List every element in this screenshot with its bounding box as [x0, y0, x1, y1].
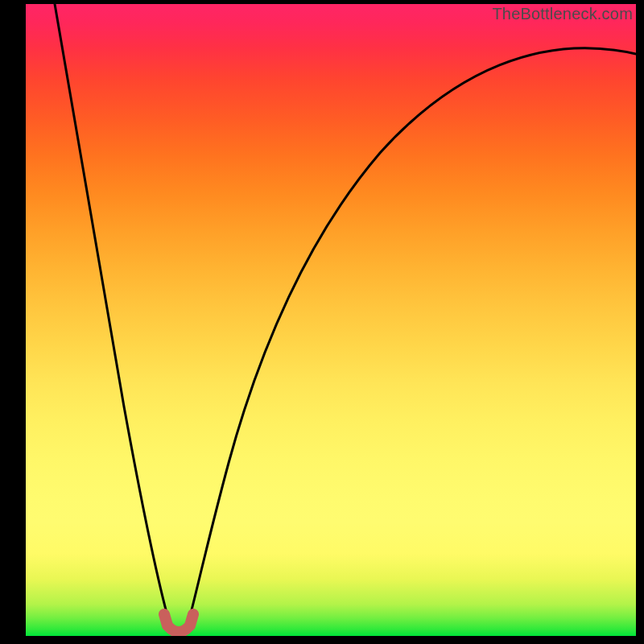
trough-marker	[164, 614, 193, 632]
plot-curves	[26, 4, 636, 636]
curve-right-branch	[187, 48, 636, 629]
plot-frame	[26, 4, 636, 636]
curve-left-branch	[55, 4, 172, 629]
